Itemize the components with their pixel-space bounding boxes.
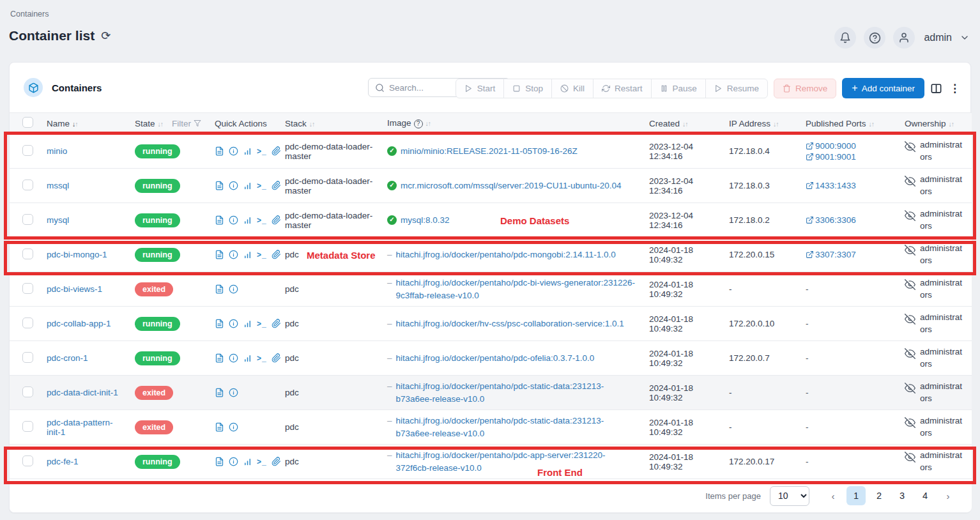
container-name-link[interactable]: mysql [47, 215, 69, 225]
console-icon[interactable]: >_ [257, 147, 267, 156]
container-name-link[interactable]: pdc-data-pattern-init-1 [47, 418, 113, 437]
user-menu-button[interactable] [893, 27, 915, 49]
items-per-page-select[interactable]: 10 [770, 486, 809, 506]
container-name-link[interactable]: pdc-collab-app-1 [47, 319, 111, 328]
restart-button[interactable]: Restart [593, 79, 651, 98]
row-checkbox[interactable] [22, 421, 33, 432]
pagination-page-3[interactable]: 3 [892, 486, 912, 505]
image-link[interactable]: hitachi.jfrog.io/docker/pentaho/pdc-bi-v… [396, 277, 638, 302]
image-link[interactable]: hitachi.jfrog.io/docker/pentaho/pdc-stat… [396, 380, 638, 405]
breadcrumb[interactable]: Containers [10, 10, 49, 19]
logs-icon[interactable] [215, 181, 224, 190]
row-checkbox[interactable] [22, 283, 33, 294]
container-name-link[interactable]: pdc-data-dict-init-1 [47, 388, 118, 397]
stats-icon[interactable] [243, 215, 252, 225]
columns-settings-icon[interactable] [930, 82, 942, 95]
container-name-link[interactable]: mssql [47, 181, 69, 190]
logs-icon[interactable] [215, 319, 224, 328]
image-link[interactable]: mcr.microsoft.com/mssql/server:2019-CU11… [401, 180, 622, 192]
image-link[interactable]: minio/minio:RELEASE.2021-11-05T09-16-26Z [401, 145, 578, 158]
resume-button[interactable]: Resume [705, 79, 767, 98]
row-checkbox[interactable] [22, 214, 33, 225]
stats-icon[interactable] [243, 181, 252, 190]
console-icon[interactable]: >_ [257, 457, 267, 466]
container-name-link[interactable]: pdc-cron-1 [47, 353, 88, 363]
image-link[interactable]: hitachi.jfrog.io/docker/pentaho/pdc-app-… [396, 449, 638, 474]
inspect-icon[interactable] [229, 388, 238, 397]
pause-button[interactable]: Pause [651, 79, 705, 98]
row-checkbox[interactable] [22, 249, 33, 259]
console-icon[interactable]: >_ [257, 354, 267, 363]
select-all-checkbox[interactable] [22, 117, 33, 128]
state-filter[interactable]: Filter [172, 119, 201, 128]
image-help-icon[interactable]: ? [414, 119, 423, 128]
row-checkbox[interactable] [22, 145, 33, 156]
container-name-link[interactable]: pdc-bi-views-1 [47, 284, 102, 294]
remove-button[interactable]: Remove [774, 79, 836, 98]
published-port-link[interactable]: 3306:3306 [806, 215, 856, 225]
container-name-link[interactable]: pdc-fe-1 [47, 457, 79, 466]
pagination-prev[interactable]: ‹ [823, 486, 843, 505]
inspect-icon[interactable] [229, 146, 238, 156]
column-header-ip[interactable]: IP Address↓↑ [723, 119, 799, 128]
stats-icon[interactable] [243, 319, 252, 328]
stop-button[interactable]: Stop [503, 79, 551, 98]
kill-button[interactable]: Kill [551, 79, 593, 98]
console-icon[interactable]: >_ [257, 216, 267, 225]
image-link[interactable]: hitachi.jfrog.io/docker/pentaho/pdc-mong… [396, 249, 616, 261]
stats-icon[interactable] [243, 250, 252, 259]
refresh-icon[interactable]: ⟳ [101, 29, 111, 43]
image-link[interactable]: hitachi.jfrog.io/docker/pentaho/pdc-ofel… [396, 352, 595, 365]
logs-icon[interactable] [215, 388, 224, 397]
pagination-next[interactable]: › [938, 486, 958, 505]
logs-icon[interactable] [215, 422, 224, 432]
column-header-ownership[interactable]: Ownership↓↑ [898, 119, 972, 128]
inspect-icon[interactable] [229, 422, 238, 432]
logs-icon[interactable] [215, 353, 224, 363]
published-port-link[interactable]: 1433:1433 [806, 181, 856, 190]
column-header-state[interactable]: State↓↑Filter [128, 119, 208, 128]
image-link[interactable]: hitachi.jfrog.io/docker/pentaho/pdc-stat… [396, 415, 638, 440]
inspect-icon[interactable] [229, 284, 238, 294]
row-checkbox[interactable] [22, 180, 33, 190]
logs-icon[interactable] [215, 146, 224, 156]
logs-icon[interactable] [215, 284, 224, 294]
published-port-link[interactable]: 9001:9001 [806, 152, 856, 162]
pagination-page-1[interactable]: 1 [846, 486, 866, 505]
inspect-icon[interactable] [229, 250, 238, 259]
stats-icon[interactable] [243, 146, 252, 156]
console-icon[interactable]: >_ [257, 181, 267, 190]
column-header-created[interactable]: Created↓↑ [643, 119, 723, 128]
stats-icon[interactable] [243, 457, 252, 466]
image-link[interactable]: mysql:8.0.32 [401, 214, 450, 227]
add-container-button[interactable]: + Add container [842, 78, 924, 98]
kebab-menu-icon[interactable]: ⋮ [948, 82, 961, 95]
start-button[interactable]: Start [456, 79, 504, 98]
row-checkbox[interactable] [22, 455, 33, 466]
pagination-page-2[interactable]: 2 [869, 486, 889, 505]
container-name-link[interactable]: pdc-bi-mongo-1 [47, 250, 107, 259]
container-name-link[interactable]: minio [47, 146, 67, 156]
row-checkbox[interactable] [22, 386, 33, 397]
logs-icon[interactable] [215, 457, 224, 466]
notifications-button[interactable] [834, 27, 856, 49]
inspect-icon[interactable] [229, 215, 238, 225]
row-checkbox[interactable] [22, 317, 33, 328]
console-icon[interactable]: >_ [257, 319, 267, 328]
column-header-ports[interactable]: Published Ports↓↑ [799, 119, 898, 128]
logs-icon[interactable] [215, 250, 224, 259]
published-port-link[interactable]: 9000:9000 [806, 141, 856, 151]
published-port-link[interactable]: 3307:3307 [806, 250, 856, 259]
inspect-icon[interactable] [229, 319, 238, 328]
inspect-icon[interactable] [229, 181, 238, 190]
help-button[interactable] [864, 27, 885, 49]
row-checkbox[interactable] [22, 352, 33, 363]
image-link[interactable]: hitachi.jfrog.io/docker/hv-css/psc-colla… [396, 317, 624, 330]
pagination-page-4[interactable]: 4 [915, 486, 935, 505]
column-header-name[interactable]: Name↓↑ [40, 119, 128, 128]
chevron-down-icon[interactable] [960, 33, 970, 43]
column-header-image[interactable]: Image?↓↑ [381, 118, 643, 128]
column-header-stack[interactable]: Stack↓↑ [279, 119, 381, 128]
inspect-icon[interactable] [229, 457, 238, 466]
logs-icon[interactable] [215, 215, 224, 225]
